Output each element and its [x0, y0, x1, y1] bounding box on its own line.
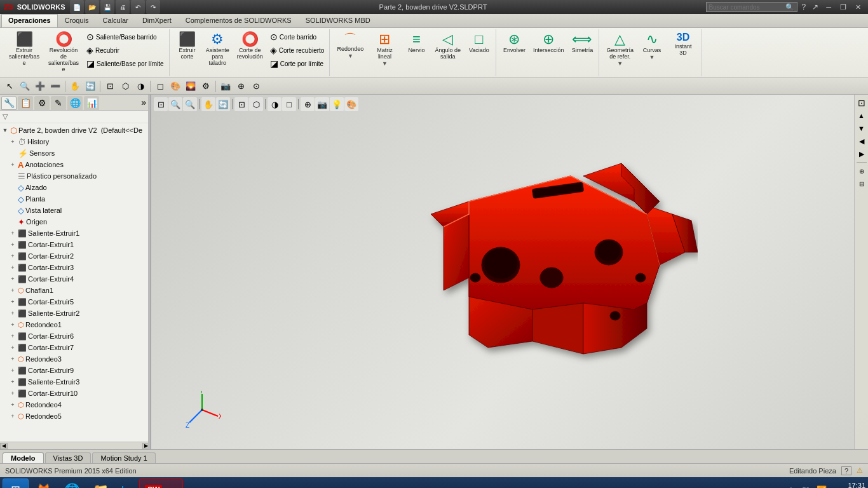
tray-sound[interactable]: 🔉	[800, 484, 813, 489]
search-input[interactable]	[709, 4, 785, 11]
vt-orient[interactable]: ⊡	[234, 97, 248, 111]
geometria-ref-btn[interactable]: △ Geometríade refer. ▼	[603, 30, 637, 67]
view-settings-btn[interactable]: ⚙	[199, 79, 213, 93]
tree-item-cortar-extruir7[interactable]: + ⬛ Cortar-Extruir7	[0, 342, 150, 353]
tree-item-origen[interactable]: ✦ Origen	[0, 216, 150, 227]
close-btn[interactable]: ✕	[852, 3, 864, 11]
saliente-extruir3-toggle[interactable]: +	[9, 378, 17, 386]
tree-item-plastico[interactable]: ☰ Plástico personalizado	[0, 170, 150, 182]
vt-trimetric[interactable]: ⬡	[249, 97, 263, 111]
asistente-taladro-btn[interactable]: ⚙ Asistenteparataladro	[203, 30, 233, 67]
envolver-btn[interactable]: ⊛ Envolver	[500, 30, 529, 67]
redondeo-btn[interactable]: ⌒ Redondeo ▼	[334, 30, 367, 67]
redondeo3-toggle[interactable]: +	[9, 355, 17, 363]
cortar-extruir6-toggle[interactable]: +	[9, 332, 17, 340]
help-title-btn[interactable]: ?	[800, 3, 808, 11]
vista-lateral-toggle[interactable]	[9, 207, 17, 214]
tree-item-cortar-extruir4[interactable]: + ⬛ Cortar-Extruir4	[0, 273, 150, 285]
cortar-extruir1-toggle[interactable]: +	[9, 241, 17, 248]
tree-item-alzado[interactable]: ◇ Alzado	[0, 182, 150, 193]
firefox-taskbar-btn[interactable]: 🦊	[30, 478, 57, 488]
panel-expand-btn[interactable]: »	[139, 96, 149, 110]
vt-zoom-fit[interactable]: ⊡	[154, 97, 168, 111]
matriz-lineal-arrow[interactable]: ▼	[382, 60, 388, 67]
zoom-in-btn[interactable]: ➕	[33, 79, 47, 93]
tree-item-saliente-extruir2[interactable]: + ⬛ Saliente-Extruir2	[0, 308, 150, 319]
rt-btn-1[interactable]: ⊡	[856, 97, 867, 109]
tree-item-history[interactable]: + ⏱ History	[0, 136, 150, 147]
cortar-extruir10-toggle[interactable]: +	[9, 390, 17, 397]
nervio-btn[interactable]: ≡ Nervio	[402, 30, 430, 67]
dynamic-annotate-btn[interactable]: ⊙	[249, 79, 263, 93]
anotaciones-toggle[interactable]: +	[9, 161, 17, 168]
tree-item-redondeo3[interactable]: + ⬡ Redondeo3	[0, 353, 150, 365]
origen-toggle[interactable]	[9, 218, 17, 226]
tree-item-cortar-extruir1[interactable]: + ⬛ Cortar-Extruir1	[0, 239, 150, 250]
redondeo-arrow[interactable]: ▼	[348, 53, 353, 59]
cortar-extruir7-toggle[interactable]: +	[9, 344, 17, 351]
section-view-btn[interactable]: ⊕	[234, 79, 248, 93]
vaciado-btn[interactable]: □ Vaciado	[465, 30, 493, 67]
saliente-extruir1-toggle[interactable]: +	[9, 229, 17, 237]
panel-tab-config[interactable]: ⚙	[34, 96, 50, 110]
tree-item-chaflan1[interactable]: + ⬡ Chaflan1	[0, 285, 150, 296]
instant-3d-btn[interactable]: 3D Instant3D	[667, 30, 699, 67]
saliente-extruir2-toggle[interactable]: +	[9, 309, 17, 317]
tree-item-anotaciones[interactable]: + A Anotaciones	[0, 159, 150, 170]
rt-btn-5[interactable]: ▶	[856, 148, 867, 159]
feature-tree[interactable]: ▼ ⬡ Parte 2, bowden drive V2 (Default<<D…	[0, 123, 150, 442]
vt-zoom-in[interactable]: 🔍	[168, 97, 182, 111]
edit-appearance-btn[interactable]: 🎨	[168, 79, 182, 93]
redondeo5-toggle[interactable]: +	[9, 412, 17, 420]
tree-item-vista-lateral[interactable]: ◇ Vista lateral	[0, 205, 150, 216]
extruir-corte-btn[interactable]: ⬛ Extruircorte	[173, 30, 201, 67]
tab-calcular[interactable]: Calcular	[96, 14, 135, 27]
new-btn[interactable]: 📄	[70, 0, 84, 14]
hscroll-left[interactable]: ◀	[0, 443, 8, 449]
tree-item-redondeo4[interactable]: + ⬡ Redondeo4	[0, 399, 150, 410]
redo-title-btn[interactable]: ↷	[146, 0, 160, 14]
rt-btn-3[interactable]: ▼	[856, 123, 867, 134]
panel-tab-results[interactable]: 📊	[84, 96, 99, 110]
tab-croquis[interactable]: Croquis	[58, 14, 96, 27]
view-display-btn[interactable]: ◑	[133, 79, 147, 93]
curvas-arrow[interactable]: ▼	[649, 54, 655, 60]
tree-item-sensors[interactable]: ⚡ Sensors	[0, 147, 150, 159]
interseccion-btn[interactable]: ⊕ Intersección	[530, 30, 567, 67]
expand-title-btn[interactable]: ↗	[810, 3, 820, 11]
history-toggle[interactable]: +	[9, 138, 17, 146]
cortar-extruir9-toggle[interactable]: +	[9, 367, 17, 374]
saliente-barrido-btn[interactable]: ⊙ Saliente/Base barrido	[84, 30, 166, 43]
tab-motion-study[interactable]: Motion Study 1	[92, 452, 155, 463]
tree-item-redondeo1[interactable]: + ⬡ Redondeo1	[0, 319, 150, 330]
search-box[interactable]: 🔍	[706, 2, 797, 12]
plastico-toggle[interactable]	[9, 172, 17, 180]
vt-wireframe[interactable]: □	[282, 97, 296, 111]
vt-shaded[interactable]: ◑	[268, 97, 281, 111]
vt-pan[interactable]: ✋	[201, 97, 215, 111]
redondeo1-toggle[interactable]: +	[9, 321, 17, 329]
hscroll-track[interactable]	[8, 443, 142, 449]
corte-barrido-btn[interactable]: ⊙ Corte barrido	[268, 30, 327, 43]
rt-btn-2[interactable]: ▲	[856, 110, 867, 121]
print-btn[interactable]: 🖨	[116, 0, 130, 14]
tree-item-cortar-extruir6[interactable]: + ⬛ Cortar-Extruir6	[0, 330, 150, 342]
open-btn[interactable]: 📂	[85, 0, 99, 14]
restore-btn[interactable]: ❐	[837, 3, 850, 11]
tree-item-saliente-extruir1[interactable]: + ⬛ Saliente-Extruir1	[0, 227, 150, 239]
tree-item-cortar-extruir2[interactable]: + ⬛ Cortar-Extruir2	[0, 250, 150, 262]
geometria-ref-arrow[interactable]: ▼	[617, 60, 623, 67]
view-orient-btn[interactable]: ⊡	[103, 79, 117, 93]
vt-appearance[interactable]: 🎨	[344, 97, 358, 111]
vt-rotate[interactable]: 🔄	[216, 97, 230, 111]
tab-complementos[interactable]: Complementos de SOLIDWORKS	[179, 14, 299, 27]
view-3d-btn[interactable]: 📷	[219, 79, 233, 93]
solidworks-taskbar-btn[interactable]: SW 2015	[139, 478, 183, 488]
matriz-lineal-btn[interactable]: ⊞ Matrizlineal ▼	[368, 30, 401, 67]
angulo-salida-btn[interactable]: ◁ Ángulo desalida	[431, 30, 464, 67]
panel-tab-display[interactable]: 🌐	[67, 96, 83, 110]
minimize-btn[interactable]: ─	[823, 3, 834, 11]
hide-show-btn[interactable]: ◻	[153, 79, 167, 93]
planta-toggle[interactable]	[9, 195, 17, 203]
tree-item-cortar-extruir3[interactable]: + ⬛ Cortar-Extruir3	[0, 262, 150, 273]
